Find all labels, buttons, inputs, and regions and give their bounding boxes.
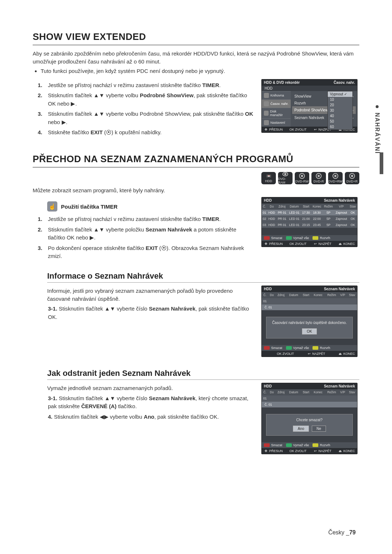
- section1-intro: Aby se zabránilo zpožděním nebo překroče…: [33, 50, 359, 66]
- chip-dvdprw: DVD+RW: [328, 172, 343, 184]
- ui2-row3[interactable]: 03HDDPR 01LED 0123:1523:45SPZapnoutOK: [262, 222, 357, 228]
- ui4-yes-button[interactable]: Ano: [293, 426, 309, 432]
- section4-title: Jak odstranit jeden Seznam Nahrávek: [47, 369, 359, 378]
- tip-label: Použití tlačítka TIMER: [61, 204, 118, 210]
- hand-icon: ☝: [47, 201, 57, 212]
- ui4-dialog-text: Chcete smazat?: [269, 418, 350, 422]
- ui1-popup-5[interactable]: 50: [328, 119, 352, 124]
- ui2-row1[interactable]: 01HDDPR 01LED 0117:3018:30SPZapnoutOK: [262, 210, 357, 216]
- ui2-lg-a: Smazat: [264, 236, 282, 240]
- gear-icon: [264, 120, 269, 125]
- section4-steps: 3-1. Stisknutím tlačítek ▲▼ vyberte čísl…: [33, 394, 254, 421]
- ui4-footerbar: ✥ PŘESUN OK ZVOLIT ↩ NAZPĚT ⏏ KONEC: [262, 448, 357, 454]
- tip-line: ☝ Použití tlačítka TIMER: [47, 201, 254, 212]
- ui4-table: Č.DoZdrojDatumStartKonecRežimV/PStav 01 …: [262, 389, 357, 407]
- green-b-icon: [286, 346, 292, 350]
- section1-step2: Stisknutím tlačítek ▲▼ vyberte volbu Pod…: [48, 91, 254, 108]
- yellow-c-icon: [313, 443, 318, 447]
- ui2-f-konec: ⏏ KONEC: [338, 242, 355, 246]
- ui3-row0[interactable]: 01: [262, 298, 357, 304]
- section2-step2: Stisknutím tlačítek ▲▼ vyberte položku S…: [48, 226, 254, 242]
- section1-steps: Jestliže se přístroj nachází v režimu za…: [33, 81, 254, 137]
- ui4-no-button[interactable]: Ne: [312, 426, 326, 432]
- ui3-row1[interactable]: Č. 01: [262, 304, 357, 310]
- section3-step31: 3-1. Stisknutím tlačítek ▲▼ vyberte čísl…: [48, 305, 254, 321]
- ui2-table: Č.DoZdrojDatumStartKonecRežimV/PStav 01H…: [262, 204, 357, 235]
- green-b-icon: [286, 236, 292, 240]
- side-stripe: [380, 152, 383, 174]
- ui1-panel: HDD & DVD rekordér Časov. nahr. HDD Knih…: [261, 79, 358, 133]
- move-icon: ✥: [264, 128, 268, 131]
- ui1-popup-3[interactable]: 30: [328, 108, 352, 113]
- ui1-popup[interactable]: Vypnout ✓ 10 20 30 40 50 60: [327, 91, 353, 130]
- yellow-c-icon: [313, 236, 318, 240]
- ui1-menu-disk[interactable]: Disk manažér: [262, 108, 291, 118]
- ui3-ok-button[interactable]: OK: [302, 328, 317, 335]
- section1-rule: [33, 45, 359, 45]
- section4-step31: 3-1. Stisknutím tlačítek ▲▼ vyberte čísl…: [48, 394, 254, 411]
- ui4-row1[interactable]: Č. 01: [262, 401, 357, 407]
- ui1-popup-1[interactable]: 10: [328, 97, 352, 102]
- ui3-panel: HDD Seznam Nahrávek Č.DoZdrojDatumStartK…: [261, 286, 358, 357]
- ui3-dialog: Časování nahrávání bylo úspěšně dokončen…: [266, 317, 353, 338]
- ui1-menu-library[interactable]: Knihovna: [262, 91, 291, 99]
- ui2-lg-c: Rozvrh: [313, 236, 330, 240]
- side-tab-dot: [376, 105, 379, 108]
- exit-icon: ⏏: [338, 352, 342, 356]
- section4-step4: 4. Stisknutím tlačítek ◀▶ vyberte volbu …: [48, 413, 254, 421]
- ui2-row2[interactable]: 02HDDPR 01LED 0121:0022:00SPZapnoutOK: [262, 216, 357, 222]
- footer-page: 79: [349, 529, 356, 535]
- ui4-titlebar: HDD Seznam Nahrávek: [262, 383, 357, 389]
- section1-bullet1: Tuto funkci používejte, jen když systém …: [41, 68, 359, 74]
- section2-step3: Po dokončení operace stiskněte tlačítko …: [48, 244, 254, 260]
- section1-step4: Stiskněte tlačítko EXIT (⦿) k opuštění n…: [48, 128, 254, 137]
- ui1-popup-0[interactable]: Vypnout ✓: [328, 91, 352, 97]
- section2-title: PŘECHOD NA SEZNAM ZAZNAMENANÝCH PROGRAMŮ: [33, 153, 359, 165]
- check-icon: ✓: [344, 92, 347, 96]
- ui2-legend: Smazat Vymaž vše Rozvrh: [262, 235, 357, 241]
- back-icon: ↩: [313, 242, 318, 246]
- ui1-popup-2[interactable]: 20: [328, 102, 352, 108]
- ui3-title-right: Seznam Nahrávek: [324, 287, 355, 291]
- red-a-icon: [264, 346, 270, 350]
- ui1-popup-4[interactable]: 40: [328, 113, 352, 119]
- ui2-f-zvolit: OK ZVOLIT: [289, 242, 306, 246]
- media-chip-row: 📼HDD DVD-RAM DVD-RW DVD-R DVD+RW DVD+R: [33, 172, 359, 184]
- ui1-title-right: Časov. nahr.: [334, 81, 355, 85]
- ok-icon: OK: [289, 449, 294, 453]
- ui1-hdd-row: HDD: [262, 86, 357, 91]
- section3-title: Informace o Seznam Nahrávek: [47, 271, 359, 281]
- move-icon: ✥: [264, 449, 268, 453]
- chip-dvdram: DVD-RAM: [278, 172, 293, 184]
- page-footer: Česky _79: [328, 529, 356, 536]
- side-tab-label: NAHRÁVÁNÍ: [374, 112, 380, 154]
- ui1-menu-timer[interactable]: Časov. nahr.: [262, 99, 291, 108]
- section1-bullets: Tuto funkci používejte, jen když systém …: [33, 68, 359, 74]
- section4-rule: [47, 379, 359, 380]
- ui4-dialog: Chcete smazat? Ano Ne: [266, 414, 353, 436]
- footer-lang: Česky: [328, 529, 344, 535]
- ui4-title-left: HDD: [264, 384, 272, 388]
- ui1-popup-6[interactable]: 60: [328, 124, 352, 130]
- chip-dvdr: DVD-R: [311, 172, 326, 184]
- ok-icon: OK: [289, 242, 294, 246]
- ui4-legend: Smazat Vymaž vše Rozvrh: [262, 442, 357, 448]
- ui2-f-nazpet: ↩ NAZPĚT: [313, 242, 331, 246]
- chip-dvdpr: DVD+R: [345, 172, 359, 184]
- section2-steps: Jestliže se přístroj nachází v režimu za…: [33, 215, 254, 260]
- yellow-c-icon: [313, 346, 318, 350]
- ui1-menu-settings[interactable]: Nastavení: [262, 118, 291, 127]
- ui3-table: Č.DoZdrojDatumStartKonecRežimV/PStav 01 …: [262, 292, 357, 310]
- ui1-submenu: ShowView▶ Rozvrh Podrobné ShowViewVypnou…: [291, 91, 357, 127]
- section1-step1: Jestliže se přístroj nachází v režimu za…: [48, 81, 254, 90]
- ui4-title-right: Seznam Nahrávek: [324, 384, 355, 388]
- ui2-title-left: HDD: [264, 198, 272, 202]
- back-icon: ↩: [313, 128, 318, 131]
- ui4-row0[interactable]: 01: [262, 395, 357, 401]
- back-icon: ↩: [313, 449, 318, 453]
- section3-rule: [47, 282, 359, 283]
- ui3-dialog-text: Časování nahrávání bylo úspěšně dokončen…: [269, 321, 350, 325]
- ui1-title-left: HDD & DVD rekordér: [264, 81, 300, 85]
- ui2-lg-b: Vymaž vše: [286, 236, 309, 240]
- move-icon: ✥: [264, 242, 268, 246]
